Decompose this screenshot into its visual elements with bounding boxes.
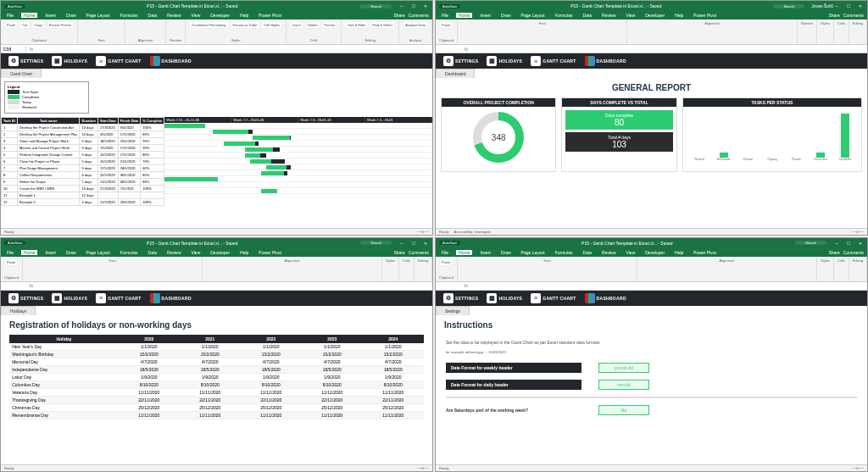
days-total: 103: [612, 140, 626, 149]
format-cells-button[interactable]: Format: [322, 21, 338, 29]
titlebar: AutoSave P15 - Gantt Chart Template in E…: [436, 1, 867, 11]
insert-cells-button[interactable]: Insert: [290, 21, 303, 29]
minimize-icon[interactable]: –: [833, 3, 840, 8]
setting-daily: Date Format for daily header mm-dd: [436, 376, 867, 393]
calendar-icon: ▦: [52, 56, 62, 66]
share-button[interactable]: Share: [393, 13, 404, 18]
ribbon: PasteClipboard Font Alignment Number Sty…: [436, 19, 867, 45]
tab-layout[interactable]: Page Layout: [84, 13, 113, 18]
nav-gantt[interactable]: ≡GANTT CHART: [526, 56, 580, 66]
tab-developer[interactable]: Developer: [208, 13, 232, 18]
tab-home[interactable]: Home: [21, 13, 37, 18]
paste-button[interactable]: Paste: [4, 21, 18, 29]
accessibility-status[interactable]: Accessibility: Investigate: [454, 230, 491, 234]
gantt-icon: ≡: [96, 56, 106, 66]
autosave-toggle[interactable]: AutoSave: [4, 4, 25, 8]
comments-button[interactable]: Comments: [843, 13, 864, 18]
sheet-holidays[interactable]: ⚙SETTINGS ▦HOLIDAYS ≡GANTT CHART DASHBOA…: [1, 291, 432, 465]
group-number: Number: [170, 38, 181, 42]
tab-draw[interactable]: Draw: [64, 13, 79, 18]
tab-formulas[interactable]: Formulas: [118, 13, 141, 18]
sheet-settings[interactable]: ⚙SETTINGS ▦HOLIDAYS ≡GANTT CHART DASHBOA…: [436, 291, 867, 465]
nav-dashboard[interactable]: DASHBOARD: [146, 293, 196, 303]
task-table[interactable]: Task IDTask nameDurationStart DateFinish…: [1, 117, 164, 206]
window-title: P15 - Gantt Chart Template in Excel.xl..…: [465, 3, 766, 8]
daily-format-input[interactable]: mm-dd: [598, 380, 649, 390]
dashboard-title: GENERAL REPORT: [436, 78, 867, 97]
zoom-slider[interactable]: ──⊙──: [417, 230, 429, 234]
nav-dashboard[interactable]: DASHBOARD: [146, 56, 196, 66]
search-box[interactable]: Search: [773, 4, 804, 8]
weekly-format-input[interactable]: yy-mm-dd: [598, 363, 649, 373]
tab-view[interactable]: View: [189, 13, 203, 18]
nav-dashboard[interactable]: DASHBOARD: [581, 293, 631, 303]
calendar-icon: ▦: [487, 293, 497, 303]
window-holidays: AutoSaveP15 - Gantt Chart Template in Ex…: [0, 237, 433, 473]
nav-settings[interactable]: ⚙SETTINGS: [4, 56, 47, 66]
window-dashboard: AutoSave P15 - Gantt Chart Template in E…: [435, 0, 868, 236]
gantt-chart[interactable]: Week # 15 - 19-12-30Week # 2 - 20-01-06W…: [164, 117, 432, 206]
titlebar: AutoSave P15 - Gantt Chart Template in E…: [1, 1, 432, 11]
analyze-button[interactable]: Analyze Data: [403, 21, 428, 29]
cell-reference[interactable]: D38: [1, 47, 26, 52]
ribbon: PasteCutCopyFormat PainterClipboard Font…: [1, 19, 432, 45]
search-box[interactable]: Search: [360, 4, 392, 8]
share-button[interactable]: Share: [828, 13, 839, 18]
cond-format-button[interactable]: Conditional Formatting: [189, 21, 228, 29]
nav-settings[interactable]: ⚙SETTINGS: [439, 56, 482, 66]
tab-review[interactable]: Review: [164, 13, 183, 18]
subtab-gantt[interactable]: Gantt Chart: [1, 69, 42, 78]
nav-gantt[interactable]: ≡GANTT CHART: [526, 293, 580, 303]
format-painter-button[interactable]: Format Painter: [47, 21, 74, 29]
sheet-gantt[interactable]: ⚙SETTINGS ▦HOLIDAYS ≡GANTT CHART DASHBOA…: [1, 53, 432, 228]
user-name[interactable]: Jovan Šofić: [811, 3, 833, 8]
close-icon[interactable]: ×: [422, 3, 429, 8]
saturday-input[interactable]: No: [598, 405, 649, 415]
nav-holidays[interactable]: ▦HOLIDAYS: [47, 56, 92, 66]
autosave-toggle[interactable]: AutoSave: [439, 4, 460, 8]
minimize-icon[interactable]: –: [398, 3, 405, 8]
nav-dashboard[interactable]: DASHBOARD: [581, 56, 631, 66]
maximize-icon[interactable]: □: [845, 3, 852, 8]
subtab-holidays[interactable]: Holidays: [1, 306, 36, 315]
fx-icon[interactable]: fx: [461, 47, 471, 52]
dashboard-icon: [150, 56, 160, 66]
zoom-slider[interactable]: ──⊙──: [852, 230, 864, 234]
cell-styles-button[interactable]: Cell Styles: [261, 21, 282, 29]
table-button[interactable]: Format as Table: [231, 21, 260, 29]
tab-file[interactable]: File: [4, 13, 16, 18]
tab-powerpivot[interactable]: Power Pivot: [256, 13, 284, 18]
tab-data[interactable]: Data: [146, 13, 160, 18]
nav-gantt[interactable]: ≡GANTT CHART: [92, 293, 145, 303]
nav-holidays[interactable]: ▦HOLIDAYS: [47, 293, 92, 303]
subtab-dashboard[interactable]: Dashboard: [436, 69, 475, 78]
settings-title: Instructions: [436, 315, 867, 335]
fx-icon[interactable]: fx: [26, 47, 36, 52]
tab-help[interactable]: Help: [237, 13, 251, 18]
copy-button[interactable]: Copy: [31, 21, 44, 29]
nav-holidays[interactable]: ▦HOLIDAYS: [482, 293, 526, 303]
nav-settings[interactable]: ⚙SETTINGS: [4, 293, 47, 303]
find-button[interactable]: Find & Select: [370, 21, 395, 29]
days-complete: 80: [615, 118, 624, 127]
settings-intro: Set the data to be displayed in the Gant…: [436, 335, 867, 350]
comments-button[interactable]: Comments: [409, 13, 429, 18]
gear-icon: ⚙: [8, 293, 19, 303]
nav-settings[interactable]: ⚙SETTINGS: [439, 293, 482, 303]
nav-holidays[interactable]: ▦HOLIDAYS: [482, 56, 526, 66]
dashboard-icon: [585, 293, 595, 303]
maximize-icon[interactable]: □: [410, 3, 417, 8]
holidays-table[interactable]: Holiday20202021202220232024 New Year's D…: [9, 335, 424, 419]
nav-gantt[interactable]: ≡GANTT CHART: [92, 56, 145, 66]
group-cells: Cells: [290, 38, 337, 42]
tab-insert[interactable]: Insert: [42, 13, 58, 18]
dashboard-icon: [150, 293, 160, 303]
subtab-settings[interactable]: Settings: [436, 306, 470, 315]
sheet-dashboard[interactable]: ⚙SETTINGS ▦HOLIDAYS ≡GANTT CHART DASHBOA…: [436, 53, 867, 228]
close-icon[interactable]: ×: [857, 3, 864, 8]
delete-cells-button[interactable]: Delete: [305, 21, 320, 29]
sort-button[interactable]: Sort & Filter: [345, 21, 368, 29]
cut-button[interactable]: Cut: [19, 21, 30, 29]
completion-value: 348: [481, 120, 515, 154]
card-days: DAYS COMPLETE VS TOTAL Days complete80 T…: [561, 97, 676, 172]
